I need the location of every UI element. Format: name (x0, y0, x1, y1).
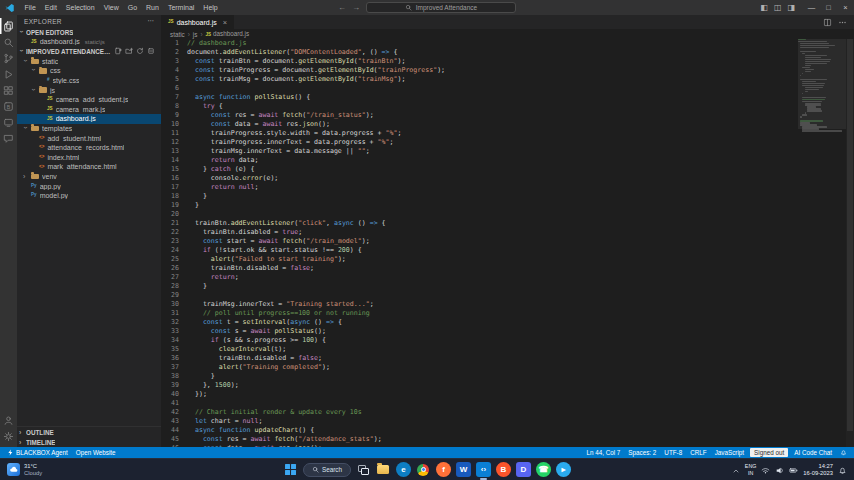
tree-item-app.py[interactable]: Pyapp.py (17, 181, 161, 191)
activitybar-chat[interactable] (0, 130, 17, 146)
breadcrumb-item-static[interactable]: static (170, 31, 185, 38)
tab-dashboard.js[interactable]: JSdashboard.js× (161, 15, 234, 29)
command-center-search[interactable]: Improved Attendance (366, 2, 516, 13)
section-timeline[interactable]: ›TIMELINE (17, 437, 161, 447)
activitybar-accounts[interactable] (0, 412, 17, 428)
taskbar-app-file-explorer[interactable] (376, 462, 391, 477)
window-close-button[interactable]: × (837, 0, 854, 15)
open-editor-dashboard.js[interactable]: JSdashboard.jsstatic\js (17, 37, 161, 47)
tree-item-templates[interactable]: ›templates (17, 124, 161, 134)
tray-clock[interactable]: 14:2716-09-2023 (803, 463, 833, 477)
language-indicator[interactable]: ENGIN (745, 463, 756, 475)
tree-item-style.css[interactable]: #style.css (17, 76, 161, 86)
tree-item-venv[interactable]: ›venv (17, 172, 161, 182)
taskbar-app-task-view[interactable] (356, 462, 371, 477)
tray-battery[interactable] (789, 461, 798, 479)
section-label: TIMELINE (26, 439, 55, 446)
collapse-all-icon (147, 47, 155, 55)
menu-file[interactable]: File (20, 0, 40, 15)
status-open-website[interactable]: Open Website (72, 447, 120, 458)
activitybar-extensions[interactable] (0, 82, 17, 98)
status-indentation[interactable]: Spaces: 2 (624, 447, 660, 458)
new-file-button[interactable] (114, 47, 122, 56)
collapse-all-button[interactable] (147, 47, 155, 56)
close-tab-icon[interactable]: × (223, 18, 227, 27)
section-outline[interactable]: ›OUTLINE (17, 427, 161, 437)
activitybar-explorer[interactable] (0, 18, 17, 34)
tree-item-camera_mark.js[interactable]: JScamera_mark.js (17, 105, 161, 115)
taskbar-app-microsoft-edge[interactable]: e (396, 462, 411, 477)
status-end-of-line[interactable]: CRLF (686, 447, 710, 458)
window-maximize-button[interactable]: □ (820, 0, 837, 15)
taskbar-app-google-chrome[interactable] (416, 462, 431, 477)
taskbar-app-whatsapp[interactable]: ☎ (536, 462, 551, 477)
code-line-11: 11 trainProgress.style.width = data.prog… (161, 129, 854, 138)
taskbar-search[interactable]: Search (303, 463, 351, 477)
tray-chevron-up-icon[interactable] (732, 461, 740, 479)
open-editors-header[interactable]: › OPEN EDITORS (17, 27, 161, 37)
activitybar-remote-explorer[interactable] (0, 114, 17, 130)
minimap[interactable] (798, 39, 846, 447)
menu-edit[interactable]: Edit (40, 0, 61, 15)
line-number: 21 (161, 219, 187, 228)
tree-item-dashboard.js[interactable]: JSdashboard.js (17, 114, 161, 124)
menu-help[interactable]: Help (199, 0, 222, 15)
status-notifications[interactable] (836, 447, 851, 458)
editor-scrollbar[interactable] (846, 39, 854, 447)
toggle-panel-bottom-icon[interactable]: ◫ (774, 4, 782, 12)
activitybar-search[interactable] (0, 34, 17, 50)
activitybar-run-and-debug[interactable] (0, 66, 17, 82)
sidebar: EXPLORER ⋯ › OPEN EDITORS JSdashboard.js… (17, 15, 161, 447)
menu-selection[interactable]: Selection (61, 0, 99, 15)
tree-item-camera_add_student.js[interactable]: JScamera_add_student.js (17, 95, 161, 105)
tree-item-model.py[interactable]: Pymodel.py (17, 191, 161, 201)
status-ai-code-chat[interactable]: AI Code Chat (790, 447, 836, 458)
refresh-button[interactable] (136, 47, 144, 56)
js-file-icon: JS (47, 107, 53, 112)
navigate-back-icon[interactable]: ← (338, 3, 346, 12)
vscode-logo-icon (5, 3, 15, 13)
tray-wifi[interactable] (761, 461, 770, 479)
code-editor[interactable]: 1// dashboard.js2document.addEventListen… (161, 39, 854, 447)
status-language-mode[interactable]: JavaScript (711, 447, 748, 458)
start-button[interactable] (283, 462, 298, 477)
taskbar-app-vscode[interactable]: ‹› (476, 462, 491, 477)
taskbar-app-telegram[interactable]: ▸ (556, 462, 571, 477)
project-header[interactable]: › IMPROVED ATTENDANCE SYSTEM (17, 47, 161, 57)
breadcrumb-item-dashboard.js[interactable]: JSdashboard.js (205, 30, 249, 38)
menu-terminal[interactable]: Terminal (163, 0, 198, 15)
taskbar-app-firefox[interactable]: f (436, 462, 451, 477)
status-encoding[interactable]: UTF-8 (660, 447, 686, 458)
tray-volume[interactable] (775, 461, 784, 479)
menu-go[interactable]: Go (123, 0, 141, 15)
more-actions-icon[interactable]: ⋯ (147, 17, 154, 25)
toggle-panel-left-icon[interactable]: ◧ (760, 4, 768, 12)
menu-view[interactable]: View (99, 0, 123, 15)
taskbar-app-word[interactable]: W (456, 462, 471, 477)
taskbar-app-discord[interactable]: D (516, 462, 531, 477)
activitybar-blackbox-ai[interactable]: B (0, 98, 17, 114)
tree-item-index.html[interactable]: <>index.html (17, 153, 161, 163)
window-minimize-button[interactable]: — (803, 0, 820, 15)
new-folder-button[interactable] (125, 47, 133, 56)
tree-item-add_student.html[interactable]: <>add_student.html (17, 133, 161, 143)
tree-item-js[interactable]: ›js (17, 85, 161, 95)
bell-icon (840, 449, 847, 456)
tree-item-attendance_records.html[interactable]: <>attendance_records.html (17, 143, 161, 153)
scrollbar-thumb[interactable] (847, 39, 853, 431)
menu-run[interactable]: Run (142, 0, 164, 15)
status-blackbox-agent[interactable]: BLACKBOX Agent (3, 447, 72, 458)
navigate-forward-icon[interactable]: → (352, 3, 360, 12)
weather-widget[interactable]: 31°C Cloudy (7, 463, 42, 476)
toggle-panel-right-icon[interactable]: ◨ (787, 4, 795, 12)
tree-item-css[interactable]: ›css (17, 66, 161, 76)
taskbar-app-brave[interactable]: B (496, 462, 511, 477)
tree-item-mark_attendance.html[interactable]: <>mark_attendance.html (17, 162, 161, 172)
status-cursor-position[interactable]: Ln 44, Col 7 (582, 447, 624, 458)
tree-item-static[interactable]: ›static (17, 57, 161, 67)
status-signed-out[interactable]: Signed out (750, 448, 788, 457)
activitybar-source-control[interactable] (0, 50, 17, 66)
breadcrumb-item-js[interactable]: js (193, 31, 198, 38)
activitybar-manage[interactable] (0, 428, 17, 444)
tray-notifications[interactable] (838, 461, 847, 479)
